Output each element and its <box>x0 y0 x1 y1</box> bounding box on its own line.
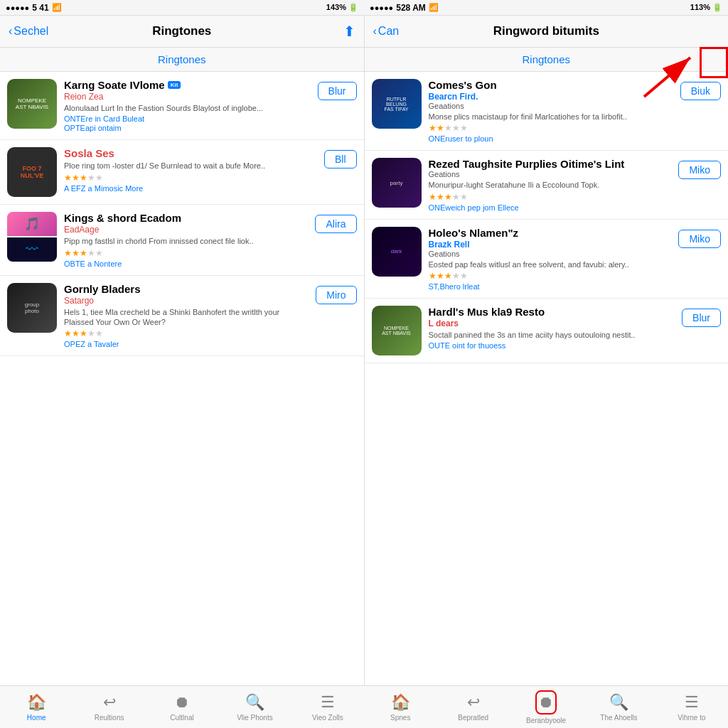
tab-spnes[interactable]: 🏠 Spnes <box>364 686 437 728</box>
item-thumbnail: groupphoto <box>7 283 57 333</box>
item-action-button[interactable]: Alira <box>315 215 356 233</box>
list-item: NOMPEKEAST NBAVIS Hardl's Mus kla9 Resto… <box>365 299 729 363</box>
item-link1[interactable]: OUTE oint for thuoess <box>429 341 675 350</box>
item-link1[interactable]: A EFZ a Mimosic More <box>64 184 317 193</box>
item-action-button[interactable]: Blur <box>682 309 721 327</box>
right-battery: 113% 🔋 <box>690 3 722 12</box>
item-info: Comes's Gon Bearcn Fird. Geaations Monse… <box>429 79 673 143</box>
left-back-button[interactable]: ‹ Sechel <box>9 25 48 38</box>
item-subtitle: Satargo <box>64 296 309 306</box>
right-signal: ●●●●● <box>370 4 393 12</box>
tab-bepratled[interactable]: ↩ Bepratled <box>437 686 509 728</box>
left-nav-bar: ‹ Sechel Ringtones ⬆ <box>0 16 365 47</box>
tab-highlighted-wrap: ⏺ <box>535 690 557 714</box>
item-button-wrap: Miko <box>678 227 721 248</box>
item-link2[interactable]: OPTEapi ontaim <box>64 124 311 132</box>
left-status-bar: ●●●●● 5 41 📶 143% 🔋 <box>0 0 364 16</box>
item-button-wrap: Biuk <box>680 79 721 100</box>
item-subtitle: L dears <box>429 318 675 328</box>
item-stars: ★★★★★ <box>64 173 317 183</box>
right-nav-bar: ‹ Can Ringword bitumits <box>365 16 729 47</box>
right-wifi-icon: 📶 <box>429 3 439 12</box>
item-thumbnail: FOO 7NUL'VE <box>7 147 57 197</box>
item-info: Holeo's Nlamen"z Brazk Rell Geations Eos… <box>429 227 672 291</box>
item-link1[interactable]: ONEweich pep jom Ellece <box>429 203 672 212</box>
list-item: 🎵 〰 Kings & shord Ecadom EadAage Pipp mg… <box>0 205 364 275</box>
tab-label: Home <box>27 714 46 722</box>
left-signal: ●●●●● <box>6 4 29 12</box>
item-desc: Monse plics macistaup for finil Marlcati… <box>429 112 673 122</box>
right-tab-label: Ringtones <box>522 53 570 65</box>
item-thumbnail: party <box>372 158 422 208</box>
item-thumbnail: RUTFLRBELUNGFAS TIFAY <box>372 79 422 129</box>
item-category: Geations <box>429 250 672 258</box>
item-action-button[interactable]: Blur <box>318 82 357 100</box>
item-link1[interactable]: OBTE a Nontere <box>64 259 308 268</box>
vihme-icon: ☰ <box>685 693 699 712</box>
item-button-wrap: Miko <box>678 158 721 179</box>
right-status-bar: ●●●●● 528 AM 📶 113% 🔋 <box>364 0 728 16</box>
list-item: NOMPEKEAST NBAVIS Karng Soate IVlome Kit… <box>0 72 364 140</box>
nav-bars: ‹ Sechel Ringtones ⬆ ‹ Can Ringword bitu… <box>0 16 728 48</box>
list-item: groupphoto Gornly Bladers Satargo Hels 1… <box>0 276 364 357</box>
item-link1[interactable]: ONTEre in Card Buleat <box>64 114 311 123</box>
item-info: Hardl's Mus kla9 Resto L dears Soctall p… <box>429 306 675 350</box>
left-panel: NOMPEKEAST NBAVIS Karng Soate IVlome Kit… <box>0 72 365 685</box>
right-back-button[interactable]: ‹ Can <box>373 25 400 38</box>
item-info: Rezed Taughsite Purplies Oitime's Lint G… <box>429 158 672 211</box>
tab-reultions[interactable]: ↩ Reultions <box>73 686 145 728</box>
list-item: party Rezed Taughsite Purplies Oitime's … <box>365 151 729 219</box>
item-button-wrap: Blur <box>682 306 721 327</box>
item-subtitle: Reion Zea <box>64 92 311 102</box>
item-desc: Hels 1, tiee Mla crecheld be a Shinki Ba… <box>64 307 309 328</box>
item-action-button[interactable]: Miko <box>678 230 721 248</box>
item-info: Gornly Bladers Satargo Hels 1, tiee Mla … <box>64 283 309 349</box>
ahoells-icon: 🔍 <box>609 693 628 712</box>
right-tab-bar[interactable]: Ringtones <box>365 48 729 71</box>
item-info: Sosla Ses Ploe ring tom -loster d1/ Se B… <box>64 147 317 192</box>
item-category: Geaations <box>429 102 673 110</box>
item-desc: Soctall panined the 3s an time aciity ha… <box>429 330 675 340</box>
item-action-button[interactable]: Bll <box>324 150 357 168</box>
item-desc: Monuripur-lught Seratahune Ili a Eccolou… <box>429 180 672 190</box>
item-subtitle: Brazk Rell <box>429 240 672 250</box>
tab-vihme[interactable]: ☰ Vihme to <box>655 686 728 728</box>
item-link1[interactable]: ST,Bhero lrleat <box>429 282 672 291</box>
tab-phonts[interactable]: 🔍 Vlie Phonts <box>218 686 291 728</box>
item-title: Kings & shord Ecadom <box>64 212 308 224</box>
tab-beranbyoole[interactable]: ⏺ Beranbyoole <box>510 686 582 728</box>
item-action-button[interactable]: Miro <box>316 286 356 304</box>
tab-zolls[interactable]: ☰ Vieo Zolls <box>291 686 364 728</box>
status-bars: ●●●●● 5 41 📶 143% 🔋 ●●●●● 528 AM 📶 113% … <box>0 0 728 16</box>
reultions-icon: ↩ <box>103 693 116 712</box>
content-area: NOMPEKEAST NBAVIS Karng Soate IVlome Kit… <box>0 72 728 685</box>
item-thumbnail: NOMPEKEAST NBAVIS <box>372 306 422 355</box>
item-link1[interactable]: ONEruser to ploun <box>429 134 673 143</box>
search-icon: 🔍 <box>245 693 264 712</box>
spnes-icon: 🏠 <box>391 693 410 712</box>
item-desc: Ploe ring tom -loster d1/ Se Burnlead to… <box>64 161 317 171</box>
item-link1[interactable]: OPEZ a Tavaler <box>64 340 309 348</box>
item-thumbnail-bottom: 〰 <box>7 237 57 262</box>
item-stars: ★★★★★ <box>429 271 672 281</box>
tab-home-left[interactable]: 🏠 Home <box>0 686 73 728</box>
item-subtitle: Bearcn Fird. <box>429 92 673 102</box>
left-time: 5 41 <box>32 3 48 13</box>
item-stars: ★★★★★ <box>64 328 309 338</box>
item-thumbnail: dark <box>372 227 422 277</box>
item-title: Rezed Taughsite Purplies Oitime's Lint <box>429 158 672 170</box>
menu-icon: ☰ <box>321 693 335 712</box>
item-button-wrap: Miro <box>316 283 356 304</box>
tab-cultlnal[interactable]: ⏺ Cultlnal <box>146 686 218 728</box>
home-icon: 🏠 <box>27 693 46 712</box>
list-item: dark Holeo's Nlamen"z Brazk Rell Geation… <box>365 220 729 299</box>
tab-label: Spnes <box>390 714 410 722</box>
tab-ahoells[interactable]: 🔍 The Ahoells <box>582 686 655 728</box>
tab-label: Bepratled <box>458 714 488 722</box>
left-nav-action[interactable]: ⬆ <box>343 23 355 40</box>
left-tab-bar[interactable]: Ringtones <box>0 48 365 71</box>
item-action-button[interactable]: Biuk <box>680 82 721 100</box>
item-title: Holeo's Nlamen"z <box>429 227 672 239</box>
tab-label: Reultions <box>95 714 124 722</box>
item-action-button[interactable]: Miko <box>678 161 721 179</box>
